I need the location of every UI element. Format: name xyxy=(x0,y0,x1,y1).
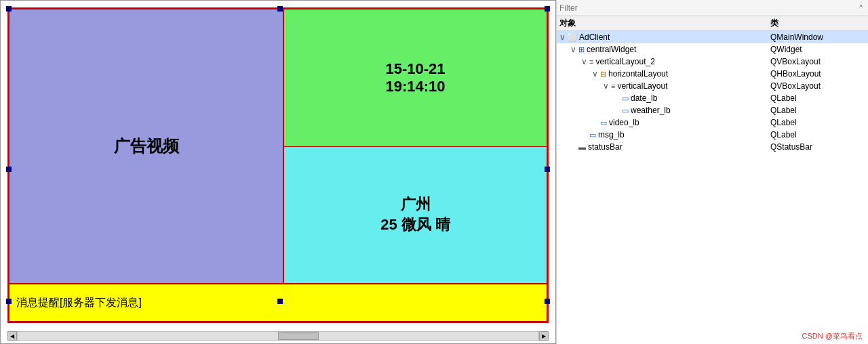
scroll-left-arrow[interactable]: ◀ xyxy=(7,331,17,341)
tree-row[interactable]: ▭ date_lb QLabel xyxy=(557,92,868,104)
watermark: CSDN @菜鸟看点 xyxy=(802,331,863,341)
scroll-track[interactable] xyxy=(17,331,539,341)
object-tree-panel: ^ 对象 类 ∨ ⬜ AdClient QMainWindow ∨ ⊞ cent… xyxy=(556,0,868,344)
tree-cls-name: QStatusBar xyxy=(770,142,865,152)
sort-button[interactable]: ^ xyxy=(856,4,865,12)
tree-obj-name: verticalLayout_2 xyxy=(595,57,770,66)
tree-cls-name: QMainWindow xyxy=(770,33,865,42)
tree-body: ∨ ⬜ AdClient QMainWindow ∨ ⊞ centralWidg… xyxy=(557,31,868,344)
tree-cls-name: QVBoxLayout xyxy=(770,57,865,66)
handle-mr[interactable] xyxy=(545,167,550,172)
tree-obj-name: horizontalLayout xyxy=(608,69,770,79)
tree-row[interactable]: ▬ statusBar QStatusBar xyxy=(557,141,868,153)
label-icon: ▭ xyxy=(622,94,629,103)
tree-obj-name: centralWidget xyxy=(587,45,770,54)
tree-row[interactable]: ∨ ⊞ centralWidget QWidget xyxy=(557,43,868,56)
label-icon: ▭ xyxy=(589,131,596,139)
tree-arrow: ∨ xyxy=(570,45,578,54)
scroll-thumb[interactable] xyxy=(278,332,319,340)
tree-row[interactable]: ∨ ⬜ AdClient QMainWindow xyxy=(557,31,868,43)
tree-cls-name: QLabel xyxy=(770,130,865,139)
tree-obj-name: statusBar xyxy=(588,142,770,152)
tree-row[interactable]: ∨ ≡ verticalLayout QVBoxLayout xyxy=(557,80,868,92)
filter-input[interactable] xyxy=(559,3,856,13)
tree-obj-name: verticalLayout xyxy=(617,81,770,91)
tree-row[interactable]: ▭ msg_lb QLabel xyxy=(557,129,868,141)
tree-obj-name: video_lb xyxy=(609,118,770,127)
tree-cls-name: QLabel xyxy=(770,118,865,127)
handle-ml[interactable] xyxy=(6,167,12,172)
widget-icon: ⊞ xyxy=(578,45,585,54)
handle-tc[interactable] xyxy=(277,6,283,12)
tree-row[interactable]: ▭ video_lb QLabel xyxy=(557,116,868,129)
header-object: 对象 xyxy=(559,18,770,29)
right-column: 15-10-21 19:14:10 广州 25 微风 晴 xyxy=(283,9,547,284)
weather-label: 广州 25 微风 晴 xyxy=(284,147,547,284)
scroll-right-arrow[interactable]: ▶ xyxy=(539,331,549,341)
video-label: 广告视频 xyxy=(9,9,283,284)
tree-obj-name: weather_lb xyxy=(631,106,770,115)
hbox-icon: ⊟ xyxy=(600,70,606,79)
tree-obj-name: AdClient xyxy=(579,33,770,42)
vbox-icon: ≡ xyxy=(589,58,593,66)
tree-cls-name: QVBoxLayout xyxy=(770,81,865,91)
date-label: 15-10-21 19:14:10 xyxy=(284,9,547,147)
tree-row[interactable]: ∨ ≡ verticalLayout_2 QVBoxLayout xyxy=(557,56,868,68)
tree-cls-name: QWidget xyxy=(770,45,865,54)
label-icon: ▭ xyxy=(600,119,607,127)
tree-cls-name: QHBoxLayout xyxy=(770,69,865,79)
tree-cls-name: QLabel xyxy=(770,106,865,115)
tree-obj-name: msg_lb xyxy=(598,130,770,139)
header-class: 类 xyxy=(770,18,865,29)
window-icon: ⬜ xyxy=(568,33,577,42)
handle-br[interactable] xyxy=(545,299,550,304)
filter-bar: ^ xyxy=(557,0,868,16)
tree-arrow: ∨ xyxy=(559,33,568,42)
statusbar-icon: ▬ xyxy=(578,143,586,151)
qt-preview-panel: 广告视频 15-10-21 19:14:10 广州 25 微风 晴 消息提醒[服… xyxy=(0,0,556,344)
tree-arrow: ∨ xyxy=(581,57,589,66)
tree-arrow: ∨ xyxy=(592,69,600,79)
tree-arrow: ∨ xyxy=(603,81,611,91)
handle-bl[interactable] xyxy=(6,299,12,304)
main-content-area: 广告视频 15-10-21 19:14:10 广州 25 微风 晴 消息提醒[服… xyxy=(7,7,549,323)
top-row: 广告视频 15-10-21 19:14:10 广州 25 微风 晴 xyxy=(9,9,547,284)
tree-cls-name: QLabel xyxy=(770,93,865,103)
vbox-icon: ≡ xyxy=(611,82,615,90)
tree-row[interactable]: ▭ weather_lb QLabel xyxy=(557,104,868,116)
handle-tl[interactable] xyxy=(6,6,12,12)
tree-header: 对象 类 xyxy=(557,16,868,31)
handle-bc[interactable] xyxy=(277,299,283,304)
handle-tr[interactable] xyxy=(545,6,550,12)
horizontal-scrollbar[interactable]: ◀ ▶ xyxy=(7,331,549,341)
label-icon: ▭ xyxy=(622,106,629,115)
tree-row[interactable]: ∨ ⊟ horizontalLayout QHBoxLayout xyxy=(557,68,868,80)
tree-obj-name: date_lb xyxy=(631,93,770,103)
